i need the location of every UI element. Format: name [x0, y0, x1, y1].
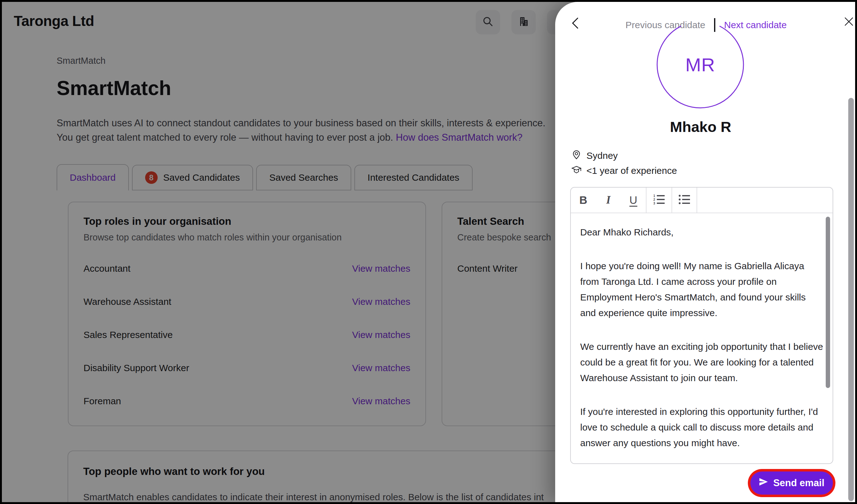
candidate-location: Sydney	[571, 148, 677, 163]
svg-text:1: 1	[653, 194, 655, 197]
app-window: Taronga Ltd	[0, 0, 857, 504]
unordered-list-button[interactable]	[672, 188, 697, 213]
bold-icon: B	[579, 194, 587, 206]
email-editor: B I U 123	[570, 187, 833, 464]
ordered-list-button[interactable]: 123	[646, 188, 672, 213]
close-button[interactable]	[843, 16, 854, 27]
candidate-meta: Sydney <1 year of experience	[571, 148, 677, 178]
close-icon	[843, 22, 854, 28]
svg-text:3: 3	[653, 202, 655, 205]
italic-icon: I	[606, 194, 610, 206]
email-body-input[interactable]: Dear Mhako Richards, I hope you're doing…	[571, 213, 833, 463]
location-pin-icon	[571, 150, 582, 162]
svg-text:2: 2	[653, 198, 655, 201]
editor-scrollbar[interactable]	[826, 217, 830, 388]
paper-plane-icon	[759, 477, 768, 489]
candidate-panel: Previous candidate Next candidate MR Mha…	[555, 2, 857, 504]
underline-icon: U	[629, 194, 637, 206]
underline-button[interactable]: U	[621, 188, 646, 213]
candidate-name: Mhako R	[555, 118, 846, 135]
avatar-initials: MR	[656, 21, 744, 109]
editor-toolbar: B I U 123	[571, 188, 833, 213]
candidate-experience: <1 year of experience	[571, 163, 677, 178]
ordered-list-icon: 123	[653, 194, 665, 206]
avatar: MR	[656, 21, 744, 109]
experience-cap-icon	[571, 165, 582, 177]
unordered-list-icon	[678, 194, 691, 206]
italic-button[interactable]: I	[596, 188, 621, 213]
bold-button[interactable]: B	[571, 188, 596, 213]
send-email-button[interactable]: Send email	[750, 471, 833, 494]
panel-scrollbar[interactable]	[848, 98, 854, 501]
